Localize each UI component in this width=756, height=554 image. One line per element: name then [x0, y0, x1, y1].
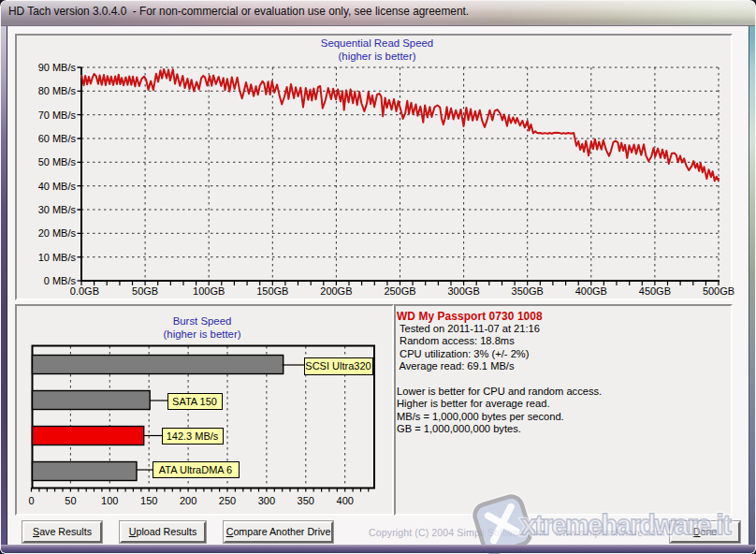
svg-text:xtremehardware.it: xtremehardware.it: [521, 510, 732, 540]
